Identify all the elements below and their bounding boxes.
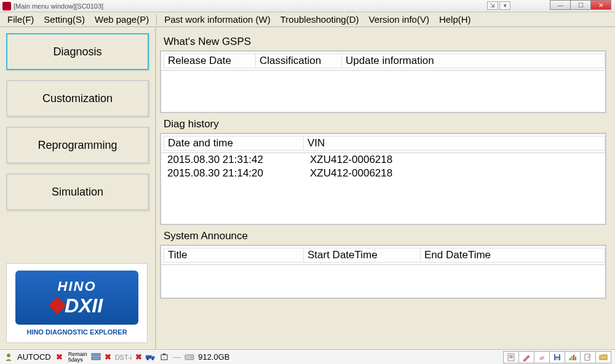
logo-cross-icon <box>49 297 66 314</box>
cell-datetime: 2015.08.30 21:14:20 <box>161 167 304 180</box>
diag-history-header: Date and time VIN <box>161 134 605 153</box>
col-date-time[interactable]: Date and time <box>164 136 304 151</box>
diag-history-title: Diag history <box>160 116 606 133</box>
system-announce-panel: Title Start DateTime End DateTime <box>160 245 606 299</box>
col-classification[interactable]: Classification <box>256 53 342 68</box>
statusbar-toolbar <box>504 351 611 363</box>
server-icon <box>91 352 101 362</box>
svg-rect-21 <box>571 356 573 360</box>
col-vin[interactable]: VIN <box>304 136 605 151</box>
col-update-info[interactable]: Update information <box>342 53 605 68</box>
col-end-datetime[interactable]: End DateTime <box>421 248 605 263</box>
statusbar: AUTOCD ✖ Remain5days ✖ DST-i ✖ − — 912.0… <box>0 349 615 364</box>
svg-point-0 <box>7 354 10 357</box>
svg-point-5 <box>147 358 149 360</box>
sidebar-customization-label: Customization <box>42 92 113 105</box>
menu-past-work[interactable]: Past work information (W) <box>159 13 276 26</box>
status-dst: DST-i <box>115 354 132 361</box>
maximize-button[interactable]: ☐ <box>570 0 591 10</box>
sidebar-reprogramming-button[interactable]: Reprogramming <box>6 127 149 164</box>
col-start-datetime[interactable]: Start DateTime <box>304 248 421 263</box>
tool-folder-icon[interactable] <box>595 351 611 363</box>
logo-box: HINO DXII HINO DIAGNOSTIC EXPLORER <box>6 263 148 343</box>
svg-rect-16 <box>539 355 545 360</box>
truck-icon <box>146 352 156 362</box>
svg-rect-3 <box>146 355 152 358</box>
col-title[interactable]: Title <box>164 248 304 263</box>
svg-rect-19 <box>555 358 559 360</box>
sidebar-simulation-label: Simulation <box>52 186 103 199</box>
menu-version[interactable]: Version info(V) <box>364 13 434 26</box>
svg-rect-18 <box>555 354 559 357</box>
logo-panel: HINO DXII <box>15 271 138 325</box>
system-announce-title: System Announce <box>160 228 606 245</box>
tool-eraser-icon[interactable] <box>534 351 550 363</box>
svg-rect-4 <box>152 356 155 358</box>
menubar: File(F) Setting(S) Web page(P) Past work… <box>0 12 615 27</box>
status-user: AUTOCD <box>17 352 51 362</box>
system-announce-header: Title Start DateTime End DateTime <box>161 246 605 265</box>
logo-tagline: HINO DIAGNOSTIC EXPLORER <box>26 328 127 336</box>
menu-file[interactable]: File(F) <box>2 13 39 26</box>
tool-pencil-icon[interactable] <box>518 351 534 363</box>
sidebar-simulation-button[interactable]: Simulation <box>6 173 149 210</box>
menu-webpage[interactable]: Web page(P) <box>90 13 154 26</box>
sidebar-reprogramming-label: Reprogramming <box>38 139 117 152</box>
status-remain: Remain5days <box>68 352 87 363</box>
diag-history-panel: Date and time VIN 2015.08.30 21:31:42 XZ… <box>160 133 606 225</box>
user-icon <box>4 352 14 362</box>
tool-save-icon[interactable] <box>549 351 565 363</box>
window-title: [Main menu window][SC0103] <box>14 2 103 10</box>
window-controls: — ☐ ✕ <box>550 0 611 10</box>
sidebar-customization-button[interactable]: Customization <box>6 80 149 117</box>
logo-product: DXII <box>51 295 103 317</box>
menu-separator <box>156 14 157 25</box>
sidebar-diagnosis-button[interactable]: Diagnosis <box>6 33 149 70</box>
app-icon <box>2 2 11 10</box>
logo-product-text: DXII <box>65 295 103 317</box>
main-area: Diagnosis Customization Reprogramming Si… <box>0 27 615 349</box>
menu-help[interactable]: Help(H) <box>434 13 476 26</box>
dst-x-icon: ✖ <box>135 352 142 362</box>
sidebar: Diagnosis Customization Reprogramming Si… <box>0 27 155 349</box>
table-row[interactable]: 2015.08.30 21:31:42 XZU412-0006218 <box>161 153 605 167</box>
status-disk: 912.0GB <box>198 352 229 362</box>
svg-rect-20 <box>569 358 571 360</box>
cell-datetime: 2015.08.30 21:31:42 <box>161 153 304 167</box>
menu-setting[interactable]: Setting(S) <box>39 13 90 26</box>
tool-edit-doc-icon[interactable] <box>580 351 596 363</box>
minimize-button[interactable]: — <box>550 0 571 10</box>
cell-vin: XZU412-0006218 <box>304 153 605 167</box>
tool-notes-icon[interactable] <box>503 351 519 363</box>
svg-rect-8 <box>163 354 165 355</box>
svg-rect-2 <box>92 357 100 360</box>
close-button[interactable]: ✕ <box>590 0 611 10</box>
svg-point-6 <box>152 358 154 360</box>
svg-text:−: − <box>163 355 165 359</box>
svg-rect-23 <box>575 357 576 360</box>
menu-troubleshooting[interactable]: Troubleshooting(D) <box>276 13 364 26</box>
content-area: What's New GSPS Release Date Classificat… <box>156 27 615 349</box>
remain-x-icon: ✖ <box>55 352 65 362</box>
svg-rect-1 <box>92 354 100 356</box>
col-release-date[interactable]: Release Date <box>164 53 256 68</box>
whats-new-title: What's New GSPS <box>160 33 606 50</box>
svg-rect-12 <box>508 354 514 361</box>
table-row[interactable]: 2015.08.30 21:14:20 XZU412-0006218 <box>161 167 605 180</box>
aux-restore-icon[interactable]: ⇲ <box>487 1 498 10</box>
battery-icon: − <box>159 352 169 362</box>
aux-window-controls: ⇲ ▾ <box>487 1 510 10</box>
whats-new-panel: Release Date Classification Update infor… <box>160 50 606 113</box>
cell-vin: XZU412-0006218 <box>304 167 605 180</box>
sidebar-diagnosis-label: Diagnosis <box>53 46 101 58</box>
server-x-icon: ✖ <box>105 352 111 362</box>
whats-new-header: Release Date Classification Update infor… <box>161 52 605 71</box>
aux-down-icon[interactable]: ▾ <box>499 1 510 10</box>
logo-brand: HINO <box>58 279 97 295</box>
titlebar: [Main menu window][SC0103] ⇲ ▾ — ☐ ✕ <box>0 0 615 12</box>
svg-point-11 <box>191 357 192 358</box>
svg-rect-22 <box>573 355 574 360</box>
hdd-icon <box>184 352 194 362</box>
tool-chart-icon[interactable] <box>565 351 581 363</box>
